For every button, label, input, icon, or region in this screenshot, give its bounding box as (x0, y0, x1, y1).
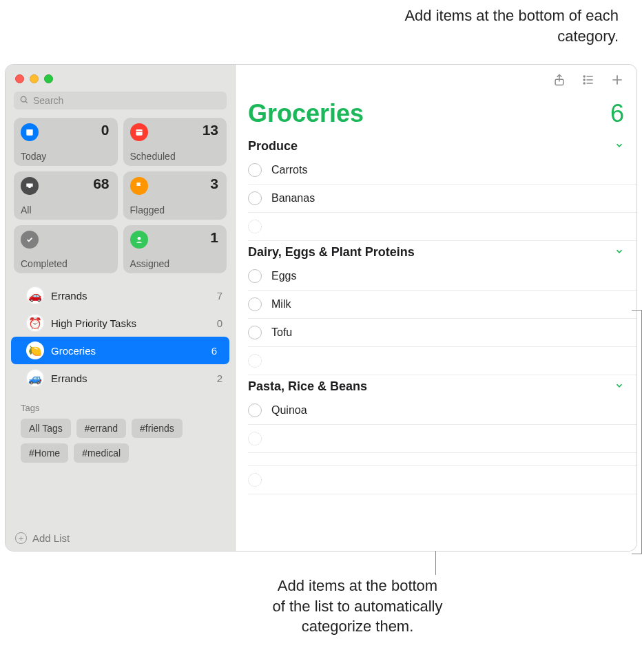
search-input[interactable] (14, 92, 227, 109)
add-item-row[interactable]: . (248, 347, 636, 375)
section-title: Produce (248, 139, 298, 154)
tags-section: Tags All Tags#errand#friends#Home#medica… (6, 393, 235, 463)
smart-completed[interactable]: Completed (14, 225, 118, 273)
list-name: Groceries (51, 345, 205, 357)
smart-flagged-label: Flagged (130, 204, 165, 216)
complete-circle-icon[interactable] (248, 191, 262, 205)
my-lists: 🚗Errands7⏰High Priority Tasks0🍋Groceries… (6, 280, 235, 393)
smart-all[interactable]: 68 All (14, 171, 118, 220)
add-circle-icon[interactable] (248, 432, 262, 445)
reminder-title: Bananas (271, 192, 315, 204)
sidebar: 0 Today 13 Scheduled 68 All (6, 65, 236, 551)
search-field[interactable] (33, 95, 221, 106)
callout-line-bottom (435, 551, 436, 575)
app-window: 0 Today 13 Scheduled 68 All (6, 65, 636, 551)
chevron-down-icon[interactable] (614, 140, 624, 153)
add-item-row[interactable]: . (248, 213, 636, 241)
smart-flagged-count: 3 (210, 176, 218, 192)
smart-flagged[interactable]: 3 Flagged (123, 171, 227, 220)
list-count: 6 (211, 345, 217, 357)
reminder-item[interactable]: Carrots (248, 156, 636, 185)
list-name: Errands (51, 372, 210, 384)
sidebar-list-groceries[interactable]: 🍋Groceries6 (11, 337, 229, 364)
sidebar-list-errands[interactable]: 🚙Errands2 (6, 364, 235, 392)
tag-medical[interactable]: #medical (74, 443, 129, 463)
svg-point-12 (583, 83, 585, 84)
add-list-button[interactable]: ＋ Add List (6, 525, 235, 551)
add-list-label: Add List (32, 532, 70, 544)
section-header[interactable]: Produce (236, 135, 636, 156)
list-count: 0 (217, 317, 222, 329)
section-title: Dairy, Eggs & Plant Proteins (248, 245, 415, 260)
list-name: High Priority Tasks (51, 317, 210, 329)
list-icon: 🚗 (26, 286, 44, 304)
reminder-item[interactable]: Eggs (248, 262, 636, 291)
add-circle-icon[interactable] (248, 220, 262, 233)
calendar-today-icon (21, 123, 39, 141)
sidebar-list-high-priority-tasks[interactable]: ⏰High Priority Tasks0 (6, 309, 235, 337)
add-item-row[interactable]: . (248, 425, 636, 453)
svg-point-10 (583, 79, 585, 81)
add-reminder-icon[interactable] (610, 73, 624, 87)
complete-circle-icon[interactable] (248, 163, 262, 177)
toolbar (236, 65, 636, 95)
list-count: 7 (217, 290, 222, 302)
complete-circle-icon[interactable] (248, 326, 262, 339)
flag-icon (130, 177, 148, 195)
list-content: ProduceCarrotsBananas.Dairy, Eggs & Plan… (236, 135, 636, 551)
tag-errand[interactable]: #errand (76, 419, 126, 438)
chevron-down-icon[interactable] (614, 381, 624, 393)
list-icon: 🚙 (26, 369, 44, 387)
tags-wrap: All Tags#errand#friends#Home#medical (21, 419, 225, 463)
smart-scheduled[interactable]: 13 Scheduled (123, 118, 227, 166)
window-controls (6, 65, 235, 89)
smart-assigned-label: Assigned (130, 258, 170, 269)
add-uncategorized-row[interactable] (248, 465, 636, 494)
smart-completed-label: Completed (21, 258, 68, 269)
section-header[interactable]: Dairy, Eggs & Plant Proteins (236, 241, 636, 262)
reminder-item[interactable]: Quinoa (248, 397, 636, 425)
reminder-title: Quinoa (271, 404, 307, 417)
svg-rect-3 (26, 129, 32, 132)
callout-line (434, 576, 435, 576)
tag-home[interactable]: #Home (21, 443, 68, 463)
minimize-window-icon[interactable] (30, 74, 39, 83)
section-header[interactable]: Pasta, Rice & Beans (236, 375, 636, 397)
svg-point-0 (21, 96, 26, 102)
share-icon[interactable] (552, 73, 566, 87)
chevron-down-icon[interactable] (614, 246, 624, 259)
smart-today[interactable]: 0 Today (14, 118, 118, 166)
smart-scheduled-count: 13 (203, 122, 218, 138)
calendar-icon (130, 123, 148, 141)
complete-circle-icon[interactable] (248, 297, 262, 311)
list-icon: 🍋 (26, 342, 44, 359)
add-circle-icon[interactable] (248, 354, 262, 368)
callout-bottom: Add items at the bottom of the list to a… (271, 576, 444, 637)
list-count: 6 (610, 99, 624, 128)
tag-alltags[interactable]: All Tags (21, 419, 71, 438)
reminder-item[interactable]: Tofu (248, 319, 636, 347)
callout-top: Add items at the bottom of each category… (398, 6, 619, 46)
close-window-icon[interactable] (15, 74, 24, 83)
reminder-title: Tofu (271, 326, 292, 339)
reminder-item[interactable]: Milk (248, 291, 636, 319)
list-icon: ⏰ (26, 314, 44, 332)
smart-scheduled-label: Scheduled (130, 151, 176, 162)
complete-circle-icon[interactable] (248, 403, 262, 417)
plus-circle-icon: ＋ (15, 532, 27, 544)
list-title: Groceries (248, 99, 364, 128)
complete-circle-icon[interactable] (248, 269, 262, 283)
main-panel: Groceries 6 ProduceCarrotsBananas.Dairy,… (236, 65, 636, 551)
reminder-item[interactable]: Bananas (248, 185, 636, 213)
tag-friends[interactable]: #friends (132, 419, 183, 438)
svg-line-1 (25, 101, 28, 103)
list-view-icon[interactable] (581, 73, 595, 87)
search-icon (19, 95, 29, 107)
smart-today-label: Today (21, 151, 46, 162)
sidebar-list-errands[interactable]: 🚗Errands7 (6, 282, 235, 309)
callout-bracket (632, 310, 642, 554)
smart-assigned[interactable]: 1 Assigned (123, 225, 227, 273)
add-circle-icon[interactable] (248, 473, 262, 487)
fullscreen-window-icon[interactable] (44, 74, 53, 83)
smart-assigned-count: 1 (210, 229, 218, 246)
